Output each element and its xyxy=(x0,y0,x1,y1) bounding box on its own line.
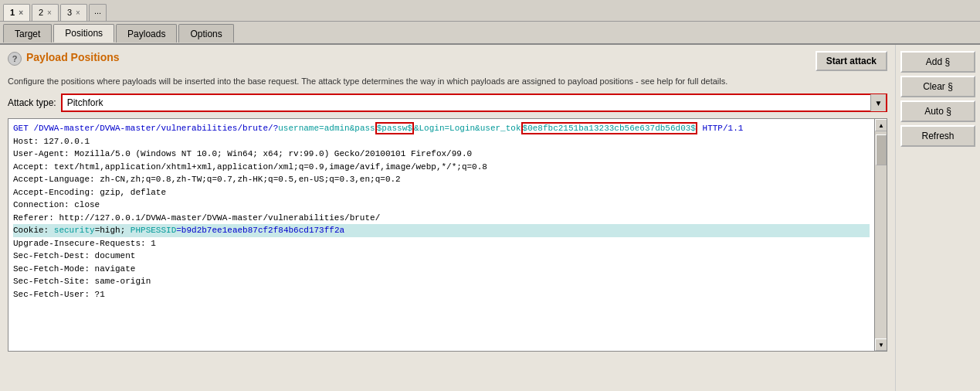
auto-button[interactable]: Auto § xyxy=(900,100,975,122)
description: Configure the positions where payloads w… xyxy=(8,76,887,87)
attack-type-row: Attack type: Pitchfork ▼ xyxy=(8,94,887,112)
request-line-10: Upgrade-Insecure-Requests: 1 xyxy=(13,237,870,250)
cookie-security-key: security xyxy=(54,226,95,235)
attack-type-label: Attack type: xyxy=(8,97,56,108)
help-icon[interactable]: ? xyxy=(8,52,22,66)
tab-options-label: Options xyxy=(190,29,222,39)
tab-2-close[interactable]: × xyxy=(47,8,52,17)
scrollbar-up[interactable]: ▲ xyxy=(875,119,887,131)
request-line-11: Sec-Fetch-Dest: document xyxy=(13,250,870,263)
right-panel: Add § Clear § Auto § Refresh xyxy=(895,45,980,391)
tab-positions[interactable]: Positions xyxy=(53,24,114,42)
nav-tabs: Target Positions Payloads Options xyxy=(0,22,980,45)
scrollbar-down[interactable]: ▼ xyxy=(875,338,887,351)
tab-1-label: 1 xyxy=(10,8,15,17)
request-line-8: Referer: http://127.0.0.1/DVWA-master/DV… xyxy=(13,212,870,225)
tab-target[interactable]: Target xyxy=(3,24,52,42)
clear-button[interactable]: Clear § xyxy=(900,76,975,97)
req-method: GET /DVWA-master/DVWA-master/vulnerabili… xyxy=(13,124,278,133)
tab-bar: 1 × 2 × 3 × ... xyxy=(0,0,980,22)
tab-1-close[interactable]: × xyxy=(19,8,23,17)
req-http-version: HTTP/1.1 xyxy=(697,124,743,133)
section-title-area: ? Payload Positions xyxy=(8,51,120,66)
section-title: Payload Positions xyxy=(26,51,120,63)
request-text-content[interactable]: GET /DVWA-master/DVWA-master/vulnerabili… xyxy=(8,119,874,351)
req-param-username: username=admin&pass xyxy=(278,124,375,133)
tab-3[interactable]: 3 × xyxy=(60,4,87,21)
attack-type-dropdown-arrow[interactable]: ▼ xyxy=(870,94,886,111)
tab-2[interactable]: 2 × xyxy=(32,4,59,21)
req-payload-1: $passw$ xyxy=(377,124,412,133)
request-line-6: Accept-Encoding: gzip, deflate xyxy=(13,186,870,199)
attack-type-select-wrapper[interactable]: Pitchfork ▼ xyxy=(61,94,887,112)
tab-options[interactable]: Options xyxy=(178,24,233,42)
tab-positions-label: Positions xyxy=(65,28,103,39)
tab-3-close[interactable]: × xyxy=(76,8,80,17)
cookie-phpsessid-val: =b9d2b7ee1eaeb87cf2f84b6cd173ff2a xyxy=(176,226,344,235)
request-line-12: Sec-Fetch-Mode: navigate xyxy=(13,263,870,276)
left-panel: ? Payload Positions Start attack Configu… xyxy=(0,45,895,391)
tab-3-label: 3 xyxy=(67,8,72,17)
request-line-13: Sec-Fetch-Site: same-origin xyxy=(13,275,870,288)
tab-more[interactable]: ... xyxy=(89,4,107,21)
request-line-7: Connection: close xyxy=(13,199,870,212)
start-attack-button[interactable]: Start attack xyxy=(816,51,887,71)
request-line-9: Cookie: security=high; PHPSESSID=b9d2b7e… xyxy=(13,224,870,237)
tab-payloads[interactable]: Payloads xyxy=(116,24,177,42)
tab-payloads-label: Payloads xyxy=(127,29,165,39)
scrollbar[interactable]: ▲ ▼ xyxy=(874,119,887,351)
tab-1[interactable]: 1 × xyxy=(3,4,30,21)
add-button[interactable]: Add § xyxy=(900,51,975,73)
request-line-14: Sec-Fetch-User: ?1 xyxy=(13,288,870,301)
cookie-phpsessid-key: PHPSESSID xyxy=(131,226,176,235)
req-payload-2: $0e8fbc2151ba13233cb56e637db56d03$ xyxy=(523,124,696,133)
section-header: ? Payload Positions Start attack xyxy=(8,51,887,71)
request-line-1: GET /DVWA-master/DVWA-master/vulnerabili… xyxy=(13,122,870,135)
attack-type-value: Pitchfork xyxy=(63,97,870,108)
cookie-security-val: =high; xyxy=(95,226,131,235)
req-param-login: &Login=Login&user_tok xyxy=(414,124,521,133)
request-line-5: Accept-Language: zh-CN,zh;q=0.8,zh-TW;q=… xyxy=(13,173,870,186)
request-line-3: User-Agent: Mozilla/5.0 (Windows NT 10.0… xyxy=(13,148,870,161)
main-content: ? Payload Positions Start attack Configu… xyxy=(0,45,980,391)
request-area: GET /DVWA-master/DVWA-master/vulnerabili… xyxy=(8,118,887,352)
request-line-4: Accept: text/html,application/xhtml+xml,… xyxy=(13,161,870,174)
refresh-button[interactable]: Refresh xyxy=(900,125,975,147)
scrollbar-track[interactable] xyxy=(875,131,887,338)
scrollbar-thumb[interactable] xyxy=(876,134,887,165)
tab-2-label: 2 xyxy=(39,8,43,17)
tab-target-label: Target xyxy=(15,29,40,39)
request-line-2: Host: 127.0.0.1 xyxy=(13,135,870,148)
